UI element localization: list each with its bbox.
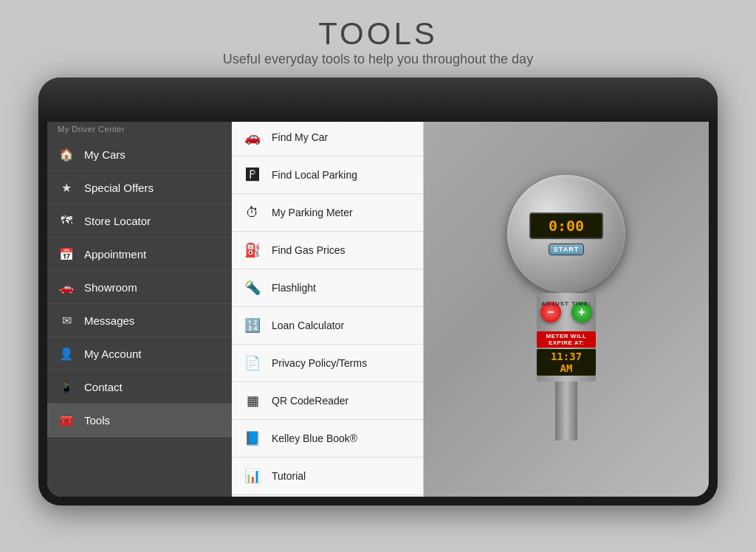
sidebar-item-showroom[interactable]: 🚗 Showroom [47,271,232,304]
sidebar-item-label: My Cars [84,148,126,161]
meter-time: 0:00 [537,217,596,235]
messages-icon: ✉ [58,311,75,329]
meter-head: 0:00 START [507,175,625,293]
meter-expire-label: METER WILL EXPIRE AT: [537,331,596,348]
find-parking-icon: 🅿 [242,165,263,185]
sidebar-item-tools[interactable]: 🧰 Tools [47,404,232,437]
meter-display: 0:00 [529,213,603,239]
sidebar: My Driver Center 🏠 My Cars ★ Special Off… [47,119,232,497]
tool-label: Tutorial [272,470,306,482]
store-locator-icon: 🗺 [58,212,75,230]
appointment-icon: 📅 [58,245,75,263]
page-title: TOOLS [223,16,533,52]
meter-panel: 0:00 START ADJUST TIME: − + METER WILL E… [424,119,709,497]
tool-flashlight[interactable]: 🔦 Flashlight [232,269,423,307]
tutorial-icon: 📊 [242,466,263,486]
sidebar-item-contact[interactable]: 📱 Contact [47,370,232,404]
sidebar-item-label: Appointment [84,248,146,261]
sidebar-item-label: Contact [84,381,123,393]
qr-reader-icon: ▦ [242,390,263,411]
page-header: TOOLS Useful everyday tools to help you … [223,0,533,77]
tool-qr-reader[interactable]: ▦ QR CodeReader [232,382,423,420]
meter-expire-time: 11:37 AM [537,349,596,376]
sidebar-item-messages[interactable]: ✉ Messages [47,304,232,337]
tool-label: Flashlight [272,282,316,294]
sidebar-item-appointment[interactable]: 📅 Appointment [47,238,232,271]
tool-loan-calculator[interactable]: 🔢 Loan Calculator [232,307,423,345]
sidebar-item-store-locator[interactable]: 🗺 Store Locator [47,204,232,238]
tool-label: Loan Calculator [272,320,344,331]
parking-meter-icon: ⏱ [242,202,263,223]
page-subtitle: Useful everyday tools to help you throug… [223,52,533,67]
sidebar-item-special-offers[interactable]: ★ Special Offers [47,171,232,204]
meter-post [555,382,577,441]
tool-label: Find Gas Prices [272,244,346,256]
showroom-icon: 🚗 [58,278,75,296]
loan-calculator-icon: 🔢 [242,315,263,336]
device-screen: 🛡 HARVEY Cadillac ← Tools My Driver Cent… [47,86,709,497]
sidebar-item-label: My Account [84,348,142,360]
sidebar-item-label: Showroom [84,281,137,294]
tool-label: My Parking Meter [272,207,353,218]
main-content: My Driver Center 🏠 My Cars ★ Special Off… [47,119,709,497]
gas-prices-icon: ⛽ [242,240,263,261]
my-account-icon: 👤 [58,345,75,362]
tool-parking-meter[interactable]: ⏱ My Parking Meter [232,194,423,232]
meter-body: ADJUST TIME: − + METER WILL EXPIRE AT: 1… [537,293,596,382]
device-frame: 🛡 HARVEY Cadillac ← Tools My Driver Cent… [38,77,718,506]
tool-label: Find My Car [272,131,328,143]
kbb-icon: 📘 [242,428,263,449]
device-top-gradient [38,77,718,122]
tool-find-car[interactable]: 🚗 Find My Car [232,119,423,156]
sidebar-item-my-cars[interactable]: 🏠 My Cars [47,138,232,171]
tool-label: Kelley Blue Book® [272,432,357,444]
tools-icon: 🧰 [58,411,75,429]
tools-panel: 🚗 Find My Car 🅿 Find Local Parking ⏱ My … [232,119,424,497]
sidebar-item-label: Tools [84,414,110,427]
tool-tutorial[interactable]: 📊 Tutorial [232,458,423,495]
find-car-icon: 🚗 [242,127,263,148]
sidebar-item-label: Messages [84,314,134,327]
tool-find-parking[interactable]: 🅿 Find Local Parking [232,156,423,194]
tool-label: Privacy Policy/Terms [272,357,367,369]
tool-gas-prices[interactable]: ⛽ Find Gas Prices [232,232,423,269]
tool-privacy-policy[interactable]: 📄 Privacy Policy/Terms [232,345,423,382]
sidebar-item-my-account[interactable]: 👤 My Account [47,337,232,370]
sidebar-item-label: Special Offers [84,182,154,194]
parking-meter: 0:00 START ADJUST TIME: − + METER WILL E… [492,175,640,441]
tool-label: Find Local Parking [272,169,357,181]
tool-label: QR CodeReader [272,395,348,407]
contact-icon: 📱 [58,378,75,396]
sidebar-item-label: Store Locator [84,215,151,227]
tool-kbb[interactable]: 📘 Kelley Blue Book® [232,420,423,458]
my-cars-icon: 🏠 [58,145,75,163]
meter-adjust-label: ADJUST TIME: [537,300,596,307]
privacy-policy-icon: 📄 [242,353,263,373]
special-offers-icon: ★ [58,179,75,196]
flashlight-icon: 🔦 [242,277,263,298]
meter-start-button[interactable]: START [549,244,584,255]
